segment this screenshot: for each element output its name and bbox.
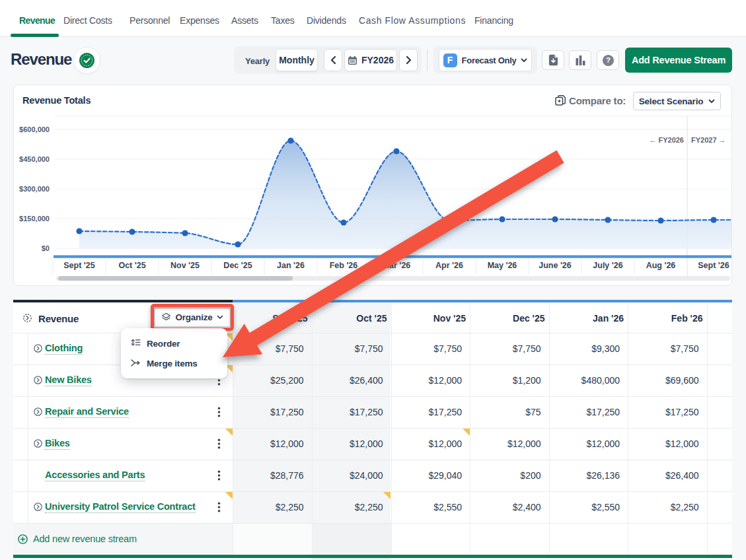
svg-text:$150,000: $150,000 [19,215,50,223]
svg-text:$450,000: $450,000 [19,155,50,163]
svg-text:Oct '25: Oct '25 [118,261,145,270]
svg-text:← FY2026: ← FY2026 [649,136,684,144]
svg-text:$0: $0 [42,244,50,252]
svg-text:Jan '26: Jan '26 [277,261,305,270]
svg-text:Nov '25: Nov '25 [170,261,200,270]
svg-text:July '26: July '26 [593,261,622,270]
svg-text:May '26: May '26 [488,261,517,270]
svg-text:?: ? [605,56,610,64]
svg-text:Sept '26: Sept '26 [698,261,729,270]
svg-text:FY2027 →: FY2027 → [691,136,726,144]
svg-text:$600,000: $600,000 [19,125,50,133]
svg-text:Mar '26: Mar '26 [383,261,411,270]
svg-text:Apr '26: Apr '26 [435,261,463,270]
svg-text:Sept '25: Sept '25 [63,261,94,270]
svg-text:$300,000: $300,000 [19,185,50,193]
svg-text:June '26: June '26 [539,261,572,270]
svg-text:Aug '26: Aug '26 [646,261,676,270]
svg-text:Feb '26: Feb '26 [330,261,358,270]
svg-text:Dec '25: Dec '25 [223,261,252,270]
